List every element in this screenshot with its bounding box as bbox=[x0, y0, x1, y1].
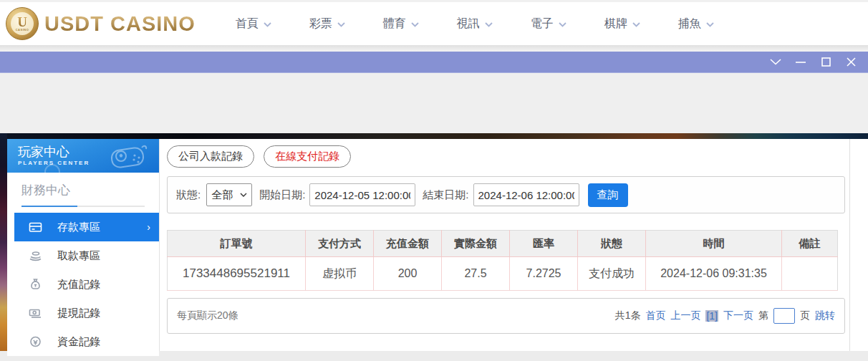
nav-label: 體育 bbox=[383, 16, 406, 32]
minimize-icon[interactable] bbox=[795, 57, 806, 68]
chevron-down-icon bbox=[411, 22, 419, 27]
table-row: 1733448695521911 虚拟币 200 27.5 7.2725 支付成… bbox=[168, 257, 838, 291]
chevron-down-icon bbox=[337, 22, 345, 27]
nav-item-cards[interactable]: 棋牌 bbox=[604, 16, 678, 32]
col-order-number: 訂單號 bbox=[168, 231, 306, 257]
banknote-icon bbox=[29, 307, 42, 319]
cell-time: 2024-12-06 09:31:35 bbox=[646, 257, 782, 291]
page-number-input[interactable] bbox=[773, 308, 795, 324]
sidebar-section-label: 財務中心 bbox=[21, 183, 70, 197]
site-header: U CASINO USDT CASINO 首頁 彩票 體育 bbox=[0, 2, 868, 45]
nav-item-video[interactable]: 視訊 bbox=[457, 16, 531, 32]
prev-page-link[interactable]: 上一页 bbox=[670, 309, 700, 322]
col-status: 狀態 bbox=[578, 231, 646, 257]
records-table: 訂單號 支付方式 充值金額 實際金額 匯率 狀態 時間 備註 173344869 bbox=[167, 230, 838, 291]
nav-label: 捕魚 bbox=[678, 16, 701, 32]
sidebar-item-deposit-zone[interactable]: 存款專區 › bbox=[14, 213, 159, 241]
sidebar-item-withdrawal-records[interactable]: 提現記錄 bbox=[7, 299, 159, 327]
nav-label: 視訊 bbox=[457, 16, 480, 32]
col-exchange-rate: 匯率 bbox=[510, 231, 578, 257]
nav-item-sports[interactable]: 體育 bbox=[383, 16, 457, 32]
sidebar-header: 玩家中心 PLAYERS CENTER bbox=[7, 139, 159, 173]
cell-exchange-rate: 7.2725 bbox=[510, 257, 578, 291]
coin-logo-icon: U CASINO bbox=[6, 7, 39, 40]
status-label: 狀態: bbox=[176, 188, 201, 202]
tab-company-deposit-records[interactable]: 公司入款記錄 bbox=[167, 145, 254, 168]
sidebar-item-withdraw-zone[interactable]: 取款專區 bbox=[7, 241, 159, 270]
page-background: 玩家中心 PLAYERS CENTER bbox=[0, 133, 868, 351]
maximize-icon[interactable] bbox=[820, 57, 831, 68]
cell-remarks bbox=[782, 257, 838, 291]
sidebar-item-label: 提現記錄 bbox=[57, 307, 100, 320]
withdraw-hand-icon bbox=[29, 249, 42, 262]
sidebar-menu: 存款專區 › 取款專區 bbox=[7, 213, 159, 356]
jump-link[interactable]: 跳转 bbox=[815, 309, 835, 322]
sidebar: 玩家中心 PLAYERS CENTER bbox=[7, 139, 159, 351]
cell-status: 支付成功 bbox=[578, 257, 646, 291]
next-page-link[interactable]: 下一页 bbox=[723, 309, 753, 322]
record-tabs: 公司入款記錄 在線支付記錄 bbox=[167, 139, 868, 168]
nav-label: 棋牌 bbox=[604, 16, 627, 32]
app-window: U CASINO USDT CASINO 首頁 彩票 體育 bbox=[0, 0, 868, 361]
pagination-controls: 共1条 首页 上一页 [1] 下一页 第 页 跳转 bbox=[615, 308, 835, 324]
chevron-down-icon bbox=[264, 22, 271, 27]
sidebar-divider bbox=[21, 206, 145, 207]
header-shadow bbox=[0, 45, 868, 52]
coin-inner: U CASINO bbox=[11, 12, 34, 35]
page-prefix-label: 第 bbox=[758, 309, 768, 322]
end-date-label: 結束日期: bbox=[423, 188, 468, 202]
sidebar-item-label: 存款專區 bbox=[57, 221, 100, 234]
content-right-border bbox=[849, 139, 850, 351]
sidebar-item-fund-records[interactable]: 資金記錄 bbox=[7, 327, 159, 356]
window-titlebar bbox=[0, 52, 868, 72]
table-header-row: 訂單號 支付方式 充值金額 實際金額 匯率 狀態 時間 備註 bbox=[168, 231, 838, 257]
nav-item-slots[interactable]: 電子 bbox=[531, 16, 604, 32]
pagination-bar: 每頁顯示20條 共1条 首页 上一页 [1] 下一页 第 页 跳转 bbox=[167, 298, 845, 334]
nav-item-fishing[interactable]: 捕魚 bbox=[678, 16, 752, 32]
nav-label: 彩票 bbox=[309, 16, 332, 32]
nav-label: 電子 bbox=[531, 16, 554, 32]
chevron-right-icon: › bbox=[147, 221, 150, 233]
status-select-value: 全部 bbox=[211, 188, 233, 202]
col-remarks: 備註 bbox=[782, 231, 838, 257]
col-actual-amount: 實際金額 bbox=[442, 231, 510, 257]
sidebar-item-label: 資金記錄 bbox=[57, 335, 100, 349]
col-recharge-amount: 充值金額 bbox=[374, 231, 442, 257]
chevron-down-icon bbox=[632, 22, 640, 27]
modal-empty-area bbox=[0, 72, 868, 133]
brand-logo[interactable]: U CASINO USDT CASINO bbox=[6, 7, 196, 40]
sidebar-section: 財務中心 bbox=[7, 173, 159, 198]
collapse-chevron-icon[interactable] bbox=[770, 57, 781, 68]
cell-actual-amount: 27.5 bbox=[442, 257, 510, 291]
close-icon[interactable] bbox=[845, 57, 857, 68]
coin-sub-text: CASINO bbox=[16, 28, 29, 32]
start-date-input[interactable] bbox=[309, 183, 415, 206]
nav-item-home[interactable]: 首頁 bbox=[236, 16, 309, 32]
recharge-bag-icon bbox=[29, 278, 42, 291]
main-content: 公司入款記錄 在線支付記錄 狀態: 全部 開始日期: 結束日期: 查詢 bbox=[159, 139, 868, 351]
page-size-text: 每頁顯示20條 bbox=[177, 309, 238, 322]
status-select[interactable]: 全部 bbox=[206, 183, 252, 206]
nav-item-lottery[interactable]: 彩票 bbox=[309, 16, 383, 32]
sidebar-item-recharge-records[interactable]: 充值記錄 bbox=[7, 270, 159, 299]
cell-order-number: 1733448695521911 bbox=[168, 257, 306, 291]
first-page-link[interactable]: 首页 bbox=[645, 309, 665, 322]
col-time: 時間 bbox=[646, 231, 782, 257]
funds-coin-icon bbox=[29, 335, 42, 348]
filter-bar: 狀態: 全部 開始日期: 結束日期: 查詢 bbox=[167, 176, 845, 213]
brand-name: USDT CASINO bbox=[44, 12, 196, 36]
tab-online-payment-records[interactable]: 在線支付記錄 bbox=[264, 145, 351, 168]
select-chevron-icon bbox=[240, 193, 247, 197]
chevron-down-icon bbox=[559, 22, 566, 27]
sidebar-item-label: 取款專區 bbox=[57, 249, 100, 263]
gamepad-icon bbox=[107, 142, 152, 173]
nav-label: 首頁 bbox=[236, 16, 259, 32]
cell-recharge-amount: 200 bbox=[374, 257, 442, 291]
page-suffix-label: 页 bbox=[800, 309, 810, 322]
total-count-text: 共1条 bbox=[615, 309, 641, 322]
col-payment-method: 支付方式 bbox=[306, 231, 374, 257]
end-date-input[interactable] bbox=[473, 183, 579, 206]
coin-letter: U bbox=[17, 16, 27, 28]
sidebar-item-label: 充值記錄 bbox=[57, 278, 100, 292]
search-button[interactable]: 查詢 bbox=[588, 183, 628, 207]
